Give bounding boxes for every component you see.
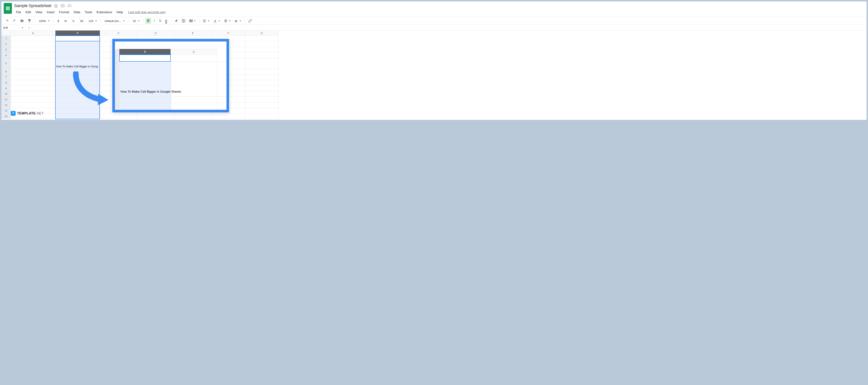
col-header-c[interactable]: C — [100, 31, 137, 36]
v-align-button[interactable]: ▼ — [212, 18, 222, 24]
text-rotate-button[interactable]: ▼ — [233, 18, 243, 24]
redo-button[interactable] — [11, 18, 18, 24]
cell[interactable] — [55, 69, 100, 75]
row-header[interactable]: 13 — [1, 108, 11, 114]
menu-format[interactable]: Format — [57, 10, 71, 15]
cell[interactable] — [245, 75, 279, 80]
row-header[interactable]: 4 — [1, 53, 11, 58]
cell[interactable] — [11, 75, 55, 80]
col-header-g[interactable]: G — [245, 31, 279, 36]
paint-format-button[interactable] — [26, 18, 33, 24]
row-header[interactable]: 12 — [1, 102, 11, 108]
star-icon[interactable] — [54, 4, 58, 8]
cell[interactable] — [245, 41, 279, 47]
cell[interactable] — [55, 91, 100, 97]
row-header[interactable]: 6 — [1, 69, 11, 75]
increase-decimal-button[interactable]: .00→ — [77, 18, 86, 24]
cell[interactable] — [100, 114, 137, 119]
overlay-col-header-b[interactable]: B — [119, 49, 171, 55]
merge-cells-button[interactable]: ▼ — [188, 18, 197, 24]
cell[interactable] — [245, 53, 279, 58]
cell[interactable] — [245, 80, 279, 86]
cell[interactable] — [11, 80, 55, 86]
zoom-dropdown[interactable]: 100% ▼ — [37, 19, 51, 23]
formula-input[interactable] — [33, 25, 867, 30]
row-header[interactable]: 11 — [1, 97, 11, 102]
percent-button[interactable]: % — [62, 18, 69, 24]
row-header[interactable]: 1 — [1, 36, 11, 41]
cell[interactable] — [175, 114, 212, 119]
insert-link-button[interactable] — [247, 18, 253, 24]
cell[interactable]: How To Make Cell Bigger in Goog — [55, 58, 100, 69]
more-formats-button[interactable]: 123 ▼ — [86, 19, 98, 23]
cell[interactable] — [11, 69, 55, 75]
cell[interactable] — [55, 75, 100, 80]
cell[interactable] — [11, 53, 55, 58]
row-header[interactable]: 9 — [1, 86, 11, 91]
cell[interactable] — [245, 86, 279, 91]
row-header[interactable]: 14 — [1, 114, 11, 119]
italic-button[interactable]: I — [152, 18, 157, 24]
cell[interactable] — [55, 36, 100, 41]
cell[interactable] — [245, 114, 279, 119]
cell[interactable] — [245, 36, 279, 41]
borders-button[interactable] — [180, 18, 187, 24]
cell[interactable] — [55, 41, 100, 47]
menu-help[interactable]: Help — [115, 10, 125, 15]
cell[interactable] — [245, 69, 279, 75]
bold-button[interactable]: B — [146, 18, 151, 24]
col-header-f[interactable]: F — [212, 31, 245, 36]
cell[interactable] — [11, 86, 55, 91]
last-edit-link[interactable]: Last edit was seconds ago — [128, 10, 165, 14]
cell[interactable] — [245, 102, 279, 108]
cell[interactable] — [245, 47, 279, 53]
row-header[interactable]: 3 — [1, 47, 11, 53]
sheets-logo[interactable] — [4, 3, 12, 14]
cell[interactable] — [55, 97, 100, 102]
cell[interactable] — [11, 47, 55, 53]
menu-tools[interactable]: Tools — [83, 10, 94, 15]
col-header-a[interactable]: A — [11, 31, 55, 36]
fill-color-button[interactable] — [173, 18, 180, 24]
menu-data[interactable]: Data — [72, 10, 82, 15]
menu-edit[interactable]: Edit — [24, 10, 33, 15]
row-header[interactable]: 10 — [1, 91, 11, 97]
text-wrap-button[interactable]: ▼ — [222, 18, 232, 24]
print-button[interactable] — [19, 18, 25, 24]
cell[interactable] — [55, 86, 100, 91]
font-size-dropdown[interactable]: 10 ▼ — [130, 19, 142, 23]
col-header-b[interactable]: B — [55, 31, 100, 36]
cell[interactable] — [137, 114, 175, 119]
menu-extensions[interactable]: Extensions — [95, 10, 114, 15]
cell[interactable] — [212, 114, 245, 119]
font-dropdown[interactable]: Default (Ari... ▼ — [102, 19, 127, 23]
currency-button[interactable]: $ — [55, 18, 61, 24]
cell[interactable] — [245, 91, 279, 97]
cell[interactable] — [11, 41, 55, 47]
menu-file[interactable]: File — [14, 10, 23, 15]
cloud-icon[interactable] — [67, 4, 71, 8]
text-color-button[interactable]: A — [164, 18, 169, 24]
overlay-col-header-c[interactable]: C — [171, 49, 217, 55]
name-box[interactable]: B:B ▼ — [1, 25, 26, 30]
row-header[interactable]: 2 — [1, 41, 11, 47]
move-icon[interactable] — [61, 4, 65, 8]
cell[interactable] — [55, 47, 100, 53]
row-header[interactable]: 8 — [1, 80, 11, 86]
cell[interactable] — [245, 58, 279, 69]
cell[interactable] — [55, 80, 100, 86]
cell[interactable] — [55, 108, 100, 114]
cell[interactable] — [245, 108, 279, 114]
col-header-e[interactable]: E — [175, 31, 212, 36]
menu-insert[interactable]: Insert — [45, 10, 57, 15]
cell[interactable] — [11, 58, 55, 69]
select-all-cell[interactable] — [1, 31, 11, 36]
cell[interactable] — [11, 36, 55, 41]
cell[interactable] — [11, 102, 55, 108]
decrease-decimal-button[interactable]: .0← — [70, 18, 76, 24]
cell[interactable] — [11, 97, 55, 102]
document-title[interactable]: Sample Spreadsheet — [14, 3, 51, 8]
cell[interactable] — [245, 97, 279, 102]
col-header-d[interactable]: D — [137, 31, 175, 36]
cell[interactable] — [55, 53, 100, 58]
